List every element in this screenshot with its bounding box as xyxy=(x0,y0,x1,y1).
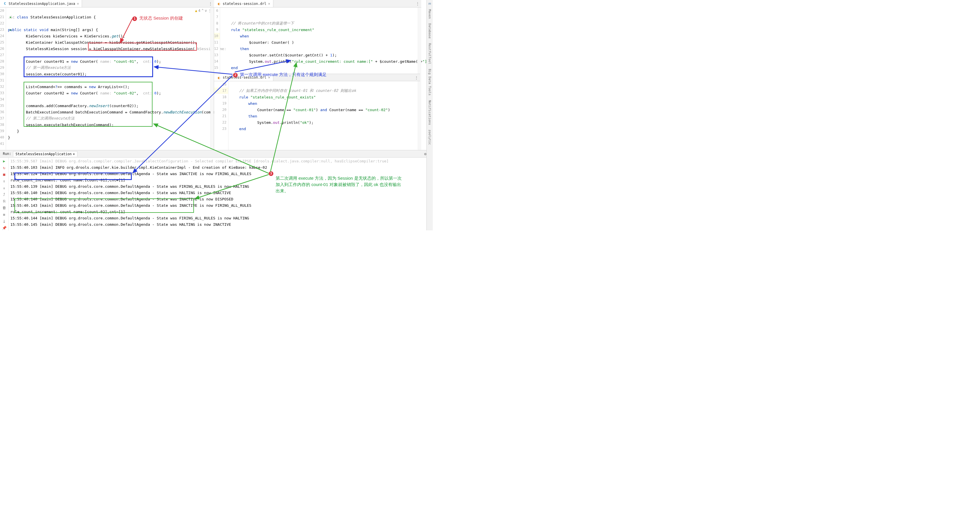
drools-file-icon: ◐ xyxy=(217,75,221,80)
gutter-line: 16 xyxy=(214,81,228,88)
close-icon[interactable]: × xyxy=(73,152,75,156)
code-line: KieContainer kieClasspathContainer = kie… xyxy=(8,39,226,46)
more-icon[interactable]: ⋮ xyxy=(415,75,418,80)
code-line: then xyxy=(222,46,433,52)
tab-drl-file[interactable]: ◐ stateless-session.drl × xyxy=(214,0,273,7)
code-line xyxy=(8,8,226,14)
gutter-line: 32 xyxy=(0,83,6,90)
run-output[interactable]: 15:55:39.587 [main] DEBUG org.drools.com… xyxy=(9,158,433,230)
left-scroll-stripe[interactable] xyxy=(210,8,214,150)
gutter-line: 37 xyxy=(0,115,6,121)
maven-toolwindow[interactable]: Maven xyxy=(427,7,432,21)
left-editor-tabrow: C StatelessSessionApplication.java × ⋮ xyxy=(0,0,214,8)
scroll-to-end-button[interactable]: ⤓ xyxy=(2,219,7,224)
restfultool-toolwindow[interactable]: RestfulTool xyxy=(427,41,432,67)
code-line: // 第一调用execute方法 xyxy=(8,64,226,71)
down-stack-button[interactable]: ↓ xyxy=(2,185,7,190)
notifications-toolwindow[interactable]: Notifications xyxy=(427,98,432,127)
left-gutter: 2021▶2223▶242526272829303132333435363738… xyxy=(0,8,6,150)
run-toolbar: ▶ ↻ ■ ↑ ↓ ⤴ ⎘ 🗑 ≡ ⤓ 📌 xyxy=(0,158,9,230)
gear-icon[interactable]: ⚙ xyxy=(424,152,426,156)
more-icon[interactable]: ⋮ xyxy=(416,2,420,6)
bigdatatools-toolwindow[interactable]: Big Data Tools xyxy=(427,67,432,98)
stop-button[interactable]: ■ xyxy=(2,172,7,177)
drools-file-icon: ◐ xyxy=(217,2,221,6)
more-icon[interactable]: ⋮ xyxy=(208,2,212,6)
chevron-down-icon[interactable]: v xyxy=(205,9,207,13)
run-config-tab[interactable]: StatelessSessionApplication × xyxy=(13,151,77,157)
export-button[interactable]: ⤴ xyxy=(2,192,7,197)
rerun-button[interactable]: ▶ xyxy=(2,159,7,164)
gutter-line: 7 xyxy=(214,14,220,20)
code-line: // 如果工作内存中同时存在 count-01 和 counter-02 则输出… xyxy=(230,88,421,94)
gutter-line: 39 xyxy=(0,128,6,134)
left-code[interactable]: .ic class StatelessSessionApplication {p… xyxy=(6,8,226,150)
code-line: Counter(name == "count-01") and Counter(… xyxy=(230,107,421,113)
close-icon[interactable]: × xyxy=(268,75,270,80)
right-bottom-code[interactable]: // 如果工作内存中同时存在 count-01 和 counter-02 则输出… xyxy=(229,81,421,150)
console-line: 15:55:40.140 [main] DEBUG org.drools.cor… xyxy=(10,190,431,196)
up-stack-button[interactable]: ↑ xyxy=(2,179,7,184)
gutter-line: 29 xyxy=(0,64,6,71)
gutter-line: 12 xyxy=(214,46,220,52)
gutter-line: 22 xyxy=(214,119,228,126)
gutter-line: 26 xyxy=(0,46,6,52)
soft-wrap-button[interactable]: ≡ xyxy=(2,212,7,217)
console-line: 15:55:40.143 [main] DEBUG org.drools.cor… xyxy=(10,203,431,209)
right-editor-bottom[interactable]: 1617181920212223 // 如果工作内存中同时存在 count-01… xyxy=(214,81,421,150)
gutter-line: 31 xyxy=(0,77,6,83)
console-line: 15:55:40.139 [main] DEBUG org.drools.cor… xyxy=(10,183,431,190)
gutter-line: 8 xyxy=(214,20,220,27)
close-icon[interactable]: × xyxy=(77,2,79,6)
print-button[interactable]: ⎘ xyxy=(2,199,7,204)
code-line xyxy=(8,140,226,147)
java-file-icon: C xyxy=(3,2,7,6)
code-line: rule "stateless_rule_count_increment" xyxy=(222,27,433,33)
code-line: rule "stateless_rule_count_exists" xyxy=(230,94,421,100)
code-line: when xyxy=(222,33,433,39)
gutter-line: 21 xyxy=(214,113,228,119)
right-toolwindow-bar: m Maven Database RestfulTool Big Data To… xyxy=(426,0,433,230)
gutter-line: 17 xyxy=(214,88,228,94)
close-icon[interactable]: × xyxy=(268,2,270,6)
code-line: session.execute(batchExecutionCommand); xyxy=(8,121,226,128)
run-config-name: StatelessSessionApplication xyxy=(16,152,72,156)
code-line: when xyxy=(230,100,421,107)
code-line: StatelessKieSession session = kieClasspa… xyxy=(8,46,226,52)
gutter-line: 24 xyxy=(0,33,6,39)
tab-drl-file-2[interactable]: ◐ stateless-session.drl × xyxy=(214,74,273,81)
code-line: List<Command<?>> commands = new ArrayLis… xyxy=(8,83,226,90)
console-line: 15:55:39.587 [main] DEBUG org.drools.com… xyxy=(10,158,431,164)
code-line: BatchExecutionCommand batchExecutionComm… xyxy=(8,109,226,115)
console-line: rule_count_increment: count name:[count-… xyxy=(10,209,431,215)
delete-button[interactable]: 🗑 xyxy=(2,205,7,210)
code-line xyxy=(222,8,433,14)
tab-java-file[interactable]: C StatelessSessionApplication.java × xyxy=(0,0,82,7)
zoolytic-toolwindow[interactable]: zoolytic xyxy=(427,127,432,147)
right-bottom-scroll-stripe[interactable] xyxy=(418,81,421,150)
code-line: public static void main(String[] args) { xyxy=(8,27,226,33)
gutter-line: 18 xyxy=(214,94,228,100)
code-line: Counter counter01 = new Counter( name: "… xyxy=(8,58,226,64)
code-line xyxy=(8,52,226,58)
gutter-line: 20 xyxy=(0,8,6,14)
warning-icon: ▲ xyxy=(195,9,197,13)
maven-m-icon: m xyxy=(428,1,431,7)
code-line xyxy=(230,81,421,88)
inspection-widget[interactable]: ▲ 4 ^ v ⋮ xyxy=(195,9,212,13)
gutter-line: 40 xyxy=(0,134,6,140)
chevron-up-icon[interactable]: ^ xyxy=(202,9,204,13)
gutter-line: 35 xyxy=(0,102,6,109)
left-editor[interactable]: 2021▶2223▶242526272829303132333435363738… xyxy=(0,8,214,150)
code-line: } xyxy=(8,128,226,134)
gutter-line: 34 xyxy=(0,96,6,102)
code-line: commands.add(CommandFactory.newInsert(co… xyxy=(8,102,226,109)
gutter-line: 25 xyxy=(0,39,6,46)
rerun-failed-button[interactable]: ↻ xyxy=(2,165,7,170)
database-toolwindow[interactable]: Database xyxy=(427,21,432,41)
gutter-line: 36 xyxy=(0,109,6,115)
console-line: 15:55:40.144 [main] DEBUG org.drools.cor… xyxy=(10,215,431,222)
console-line: 15:55:40.103 [main] INFO org.drools.comp… xyxy=(10,164,431,171)
console-line: 15:55:40.124 [main] DEBUG org.drools.cor… xyxy=(10,171,431,177)
pin-button[interactable]: 📌 xyxy=(2,225,7,230)
